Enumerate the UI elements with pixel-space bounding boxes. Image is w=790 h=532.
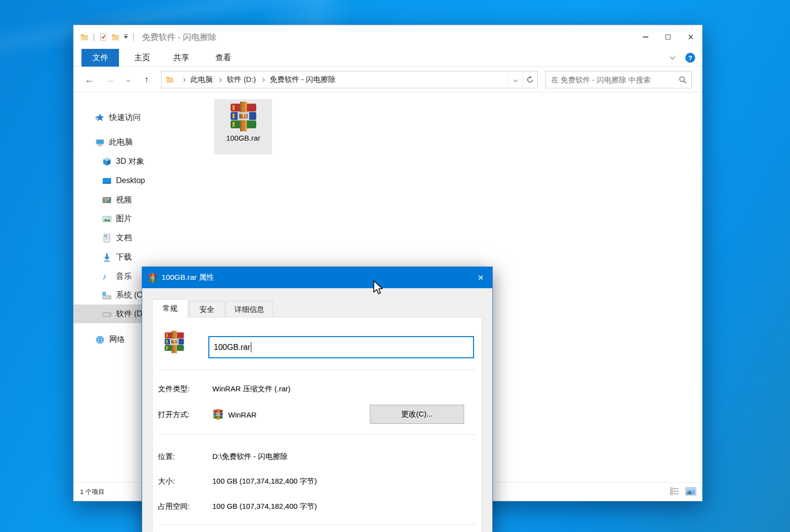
minimize-icon bbox=[643, 37, 648, 38]
music-note-icon: ♪ bbox=[102, 272, 112, 281]
properties-check-icon[interactable] bbox=[99, 33, 107, 41]
sidebar-item-this-pc[interactable]: 此电脑 bbox=[74, 133, 214, 152]
winrar-app-icon bbox=[212, 409, 224, 420]
sidebar-item-label: 下载 bbox=[116, 252, 132, 263]
file-type-row: 文件类型: WinRAR 压缩文件 (.rar) bbox=[153, 383, 482, 395]
dialog-close-button[interactable]: ✕ bbox=[469, 267, 492, 288]
up-button[interactable]: ↑ bbox=[138, 67, 156, 92]
breadcrumb-this-pc[interactable]: 此电脑 bbox=[190, 75, 214, 84]
quick-access-star-icon bbox=[95, 113, 105, 122]
sidebar-item-label: 快速访问 bbox=[109, 113, 141, 123]
sidebar-item-label: 网络 bbox=[109, 335, 125, 345]
maximize-button[interactable] bbox=[657, 25, 679, 49]
view-toggles bbox=[670, 487, 696, 495]
breadcrumb-drive-d[interactable]: 软件 (D:) bbox=[226, 75, 257, 84]
quick-access-toolbar: | | 免费软件 - 闪电擦除 bbox=[74, 32, 216, 43]
address-folder-icon bbox=[166, 76, 174, 84]
sidebar-item-downloads[interactable]: 下载 bbox=[74, 248, 214, 266]
cube-icon bbox=[102, 157, 112, 166]
film-icon bbox=[102, 195, 112, 205]
ribbon-expand-chevron-icon[interactable] bbox=[670, 54, 675, 59]
tab-details[interactable]: 详细信息 bbox=[226, 301, 273, 318]
minimize-button[interactable] bbox=[634, 25, 657, 49]
filename-input[interactable]: 100GB.rar bbox=[208, 336, 474, 358]
navigation-toolbar: ← → ↑ 此电脑 软件 (D:) 免费软件 - 闪电擦除 bbox=[74, 67, 702, 92]
breadcrumb-chevron-icon bbox=[182, 77, 186, 81]
size-on-disk-label: 占用空间: bbox=[158, 502, 190, 511]
change-button[interactable]: 更改(C)... bbox=[370, 405, 464, 424]
sidebar-item-label: Desktop bbox=[116, 176, 145, 185]
qat-customize-chevron-icon[interactable] bbox=[124, 36, 128, 38]
picture-icon bbox=[102, 214, 112, 224]
history-chevron-icon[interactable] bbox=[123, 67, 134, 92]
sidebar-item-3d-objects[interactable]: 3D 对象 bbox=[74, 152, 214, 171]
search-icon[interactable] bbox=[679, 76, 687, 84]
filename-text: 100GB.rar bbox=[214, 343, 250, 352]
tab-home[interactable]: 主页 bbox=[127, 49, 158, 67]
back-button[interactable]: ← bbox=[80, 67, 98, 92]
sidebar-item-label: 文档 bbox=[116, 233, 132, 243]
separator bbox=[158, 524, 475, 525]
system-drive-icon bbox=[102, 291, 112, 300]
item-count-label: 1 个项目 bbox=[80, 488, 105, 496]
size-on-disk-row: 占用空间: 100 GB (107,374,182,400 字节) bbox=[153, 500, 482, 512]
refresh-button[interactable] bbox=[522, 72, 537, 88]
maximize-icon bbox=[666, 35, 671, 39]
ribbon-tab-row: 文件 主页 共享 查看 ? bbox=[74, 49, 702, 67]
close-button[interactable]: ✕ bbox=[679, 25, 702, 49]
location-value: D:\免费软件 - 闪电擦除 bbox=[212, 452, 288, 461]
breadcrumb-current-folder[interactable]: 免费软件 - 闪电擦除 bbox=[269, 75, 336, 84]
sidebar-item-label: 此电脑 bbox=[109, 137, 133, 148]
thumbnail-view-button[interactable] bbox=[685, 487, 696, 495]
winrar-file-icon bbox=[228, 101, 259, 132]
address-bar[interactable]: 此电脑 软件 (D:) 免费软件 - 闪电擦除 bbox=[161, 71, 538, 88]
file-type-label: 文件类型: bbox=[158, 384, 190, 394]
file-name-label: 100GB.rar bbox=[226, 134, 260, 142]
size-value: 100 GB (107,374,182,400 字节) bbox=[212, 477, 317, 486]
address-dropdown-button[interactable] bbox=[508, 72, 522, 88]
sidebar-item-label: 音乐 bbox=[116, 271, 132, 282]
tab-security[interactable]: 安全 bbox=[189, 301, 225, 318]
window-title: 免费软件 - 闪电擦除 bbox=[142, 32, 216, 43]
forward-button[interactable]: → bbox=[101, 67, 119, 92]
location-row: 位置: D:\免费软件 - 闪电擦除 bbox=[153, 451, 482, 462]
separator bbox=[158, 370, 475, 370]
breadcrumb-chevron-icon bbox=[261, 77, 265, 81]
qat-separator: | bbox=[132, 33, 134, 41]
new-folder-icon[interactable] bbox=[112, 33, 119, 41]
sidebar-item-videos[interactable]: 视频 bbox=[74, 190, 214, 209]
sidebar-item-documents[interactable]: 文档 bbox=[74, 228, 214, 247]
sidebar-item-label: 图片 bbox=[116, 214, 132, 224]
dialog-titlebar: 100GB.rar 属性 ✕ bbox=[142, 267, 492, 288]
window-controls: ✕ bbox=[634, 25, 702, 49]
sidebar-item-label: 3D 对象 bbox=[116, 156, 144, 167]
tab-file[interactable]: 文件 bbox=[81, 49, 119, 67]
explorer-titlebar: | | 免费软件 - 闪电擦除 ✕ bbox=[74, 25, 702, 49]
tab-view[interactable]: 查看 bbox=[208, 49, 238, 67]
location-label: 位置: bbox=[158, 452, 175, 461]
winrar-dialog-icon bbox=[148, 273, 158, 283]
drive-icon bbox=[102, 309, 112, 319]
search-box bbox=[545, 71, 692, 88]
dialog-title: 100GB.rar 属性 bbox=[161, 272, 214, 283]
help-button[interactable]: ? bbox=[685, 53, 695, 63]
tab-general[interactable]: 常规 bbox=[152, 299, 188, 318]
separator bbox=[158, 434, 475, 435]
tab-share[interactable]: 共享 bbox=[166, 49, 197, 67]
open-with-value: WinRAR bbox=[228, 411, 257, 419]
details-view-button[interactable] bbox=[670, 487, 679, 495]
open-with-label: 打开方式: bbox=[158, 410, 190, 419]
explorer-folder-icon bbox=[80, 33, 88, 41]
sidebar-item-desktop[interactable]: Desktop bbox=[74, 171, 214, 190]
file-item-100gb-rar[interactable]: 100GB.rar bbox=[214, 99, 272, 154]
sidebar-item-pictures[interactable]: 图片 bbox=[74, 209, 214, 228]
general-tab-panel: 100GB.rar 文件类型: WinRAR 压缩文件 (.rar) 打开方式:… bbox=[152, 317, 482, 532]
globe-icon bbox=[95, 335, 105, 344]
sidebar-item-quick-access[interactable]: 快速访问 bbox=[74, 108, 214, 127]
file-type-value: WinRAR 压缩文件 (.rar) bbox=[212, 384, 290, 394]
search-input[interactable] bbox=[546, 72, 691, 88]
desktop-icon bbox=[102, 176, 112, 186]
download-arrow-icon bbox=[102, 253, 112, 262]
text-caret bbox=[251, 342, 251, 352]
refresh-icon bbox=[526, 76, 534, 83]
